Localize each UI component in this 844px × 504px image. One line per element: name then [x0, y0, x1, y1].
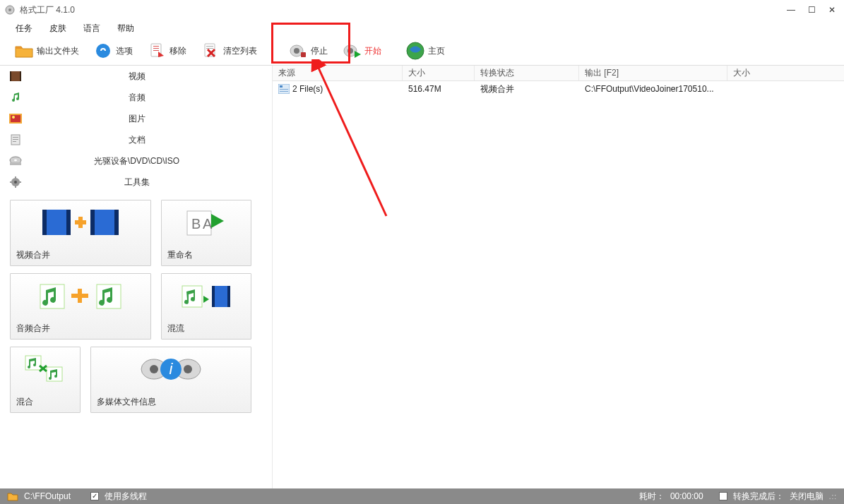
tile-audio-join[interactable]: 音频合并: [10, 273, 151, 340]
after-conversion-checkbox[interactable]: [719, 492, 727, 500]
menu-task[interactable]: 任务: [8, 21, 40, 36]
start-label: 开始: [364, 45, 381, 57]
status-path[interactable]: C:\FFOutput: [24, 491, 71, 501]
tile-video-join-label: 视频合并: [16, 249, 50, 261]
category-document[interactable]: 文档: [0, 129, 272, 150]
menu-skin[interactable]: 皮肤: [42, 21, 73, 36]
svg-rect-12: [301, 52, 306, 57]
tile-video-join[interactable]: 视频合并: [10, 200, 151, 266]
category-audio[interactable]: 音频: [0, 87, 272, 108]
svg-text:A: A: [203, 216, 213, 232]
svg-rect-48: [182, 286, 202, 307]
start-icon: [342, 42, 362, 60]
clear-list-button[interactable]: 清空列表: [196, 40, 261, 61]
tile-audio-join-label: 音频合并: [16, 323, 50, 335]
mux-icon: [162, 274, 251, 318]
window-controls: — ☐ ✕: [787, 6, 840, 14]
remove-icon: [147, 42, 167, 60]
category-toolkit-label: 工具集: [30, 176, 272, 188]
tile-mux[interactable]: 混流: [161, 273, 251, 340]
output-folder-label: 输出文件夹: [37, 45, 79, 57]
gear-icon: [8, 176, 23, 188]
stop-button[interactable]: 停止: [284, 40, 332, 61]
home-icon: [405, 42, 425, 60]
svg-rect-26: [13, 139, 18, 140]
table-row[interactable]: 2 File(s) 516.47M 视频合并 C:\FFOutput\Video…: [273, 81, 844, 97]
category-toolkit[interactable]: 工具集: [0, 172, 272, 193]
cell-source: 2 File(s): [273, 84, 403, 94]
category-picture[interactable]: 图片: [0, 108, 272, 129]
resize-grip[interactable]: .::: [829, 493, 837, 500]
disc-icon: [8, 155, 23, 167]
elapsed-value: 00:00:00: [670, 491, 703, 501]
options-button[interactable]: 选项: [89, 40, 137, 61]
multithread-label: 使用多线程: [105, 491, 147, 503]
svg-rect-5: [153, 48, 159, 49]
col-header-source[interactable]: 来源: [273, 66, 403, 80]
home-label: 主页: [428, 45, 445, 57]
status-bar: C:\FFOutput 使用多线程 耗时： 00:00:00 转换完成后： 关闭…: [0, 488, 844, 504]
cell-size: 516.47M: [403, 84, 475, 94]
audio-join-icon: [11, 274, 150, 318]
svg-point-32: [14, 181, 17, 184]
music-icon: [8, 91, 23, 104]
remove-button[interactable]: 移除: [143, 40, 191, 61]
cell-source-text: 2 File(s): [292, 84, 323, 94]
col-header-state[interactable]: 转换状态: [475, 66, 579, 80]
svg-rect-22: [11, 115, 20, 122]
col-header-size2[interactable]: 大小: [727, 66, 844, 80]
category-drive[interactable]: 光驱设备\DVD\CD\ISO: [0, 150, 272, 172]
category-picture-label: 图片: [30, 113, 272, 125]
category-video-label: 视频: [30, 71, 272, 83]
output-folder-button[interactable]: 输出文件夹: [10, 40, 83, 61]
menu-help[interactable]: 帮助: [110, 21, 141, 36]
minimize-button[interactable]: —: [787, 6, 795, 14]
svg-text:B: B: [191, 216, 201, 232]
tile-rename[interactable]: B A 重命名: [161, 200, 251, 266]
col-header-size[interactable]: 大小: [403, 66, 475, 80]
menu-lang[interactable]: 语言: [76, 21, 107, 36]
tile-mix[interactable]: 混合: [10, 347, 81, 413]
main-area: 视频 音频 图片 文档 光驱设备\DVD\CD\ISO 工具集: [0, 65, 844, 488]
folder-icon: [14, 42, 34, 60]
svg-point-57: [184, 365, 192, 373]
svg-rect-42: [114, 210, 119, 235]
media-info-icon: i: [91, 347, 251, 391]
svg-rect-51: [227, 286, 230, 307]
cell-state: 视频合并: [475, 83, 579, 95]
category-audio-label: 音频: [30, 92, 272, 104]
svg-rect-50: [212, 286, 215, 307]
film-icon: [8, 70, 23, 83]
svg-point-14: [347, 48, 353, 54]
tile-mux-label: 混流: [167, 323, 184, 335]
options-label: 选项: [116, 45, 133, 57]
svg-rect-20: [20, 71, 21, 81]
table-header: 来源 大小 转换状态 输出 [F2] 大小: [273, 66, 844, 81]
window-title: 格式工厂 4.1.0: [20, 4, 75, 16]
home-button[interactable]: 主页: [401, 40, 449, 61]
rename-icon: B A: [162, 200, 251, 244]
mix-icon: [11, 347, 80, 391]
picture-icon: [8, 112, 23, 125]
category-drive-label: 光驱设备\DVD\CD\ISO: [30, 155, 272, 167]
svg-rect-62: [280, 89, 288, 90]
svg-point-2: [96, 44, 110, 58]
category-video[interactable]: 视频: [0, 66, 272, 87]
left-panel: 视频 音频 图片 文档 光驱设备\DVD\CD\ISO 工具集: [0, 66, 273, 488]
svg-point-55: [150, 365, 158, 373]
close-button[interactable]: ✕: [828, 6, 836, 14]
start-button[interactable]: 开始: [338, 40, 386, 61]
folder-small-icon: [7, 491, 18, 501]
svg-rect-6: [153, 50, 159, 51]
svg-point-11: [294, 48, 299, 54]
col-header-output[interactable]: 输出 [F2]: [579, 66, 727, 80]
category-document-label: 文档: [30, 134, 272, 146]
app-icon: [4, 4, 16, 16]
tile-media-info[interactable]: i 多媒体文件信息: [90, 347, 251, 413]
maximize-button[interactable]: ☐: [808, 6, 816, 14]
svg-rect-39: [66, 210, 71, 235]
clear-icon: [201, 42, 220, 60]
tile-media-info-label: 多媒体文件信息: [97, 396, 156, 408]
multithread-checkbox[interactable]: [90, 492, 99, 500]
stop-icon: [288, 42, 308, 60]
